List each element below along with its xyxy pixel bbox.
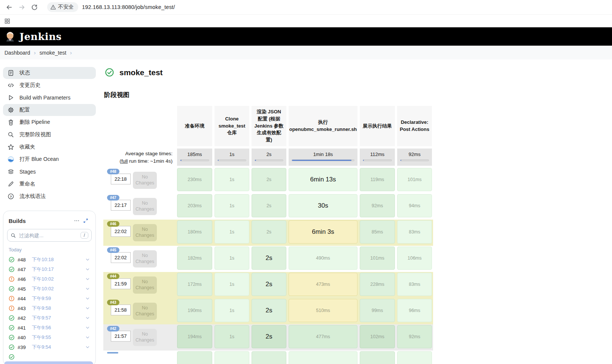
build-time-box[interactable]: 22:18 bbox=[111, 174, 131, 184]
chevron-down-icon[interactable] bbox=[85, 276, 90, 282]
build-badge[interactable]: #46 bbox=[107, 221, 119, 227]
chevron-down-icon[interactable] bbox=[85, 335, 90, 340]
build-number[interactable]: #45 bbox=[18, 286, 29, 292]
build-list-item[interactable]: #44 下午9:59 bbox=[7, 294, 92, 303]
not-secure-chip[interactable]: 不安全 bbox=[47, 2, 78, 12]
stage-cell[interactable]: 6min 3s bbox=[289, 220, 357, 244]
sidebar-item[interactable]: 变更历史 bbox=[3, 79, 96, 91]
stage-cell[interactable]: 490ms bbox=[289, 247, 357, 270]
build-list-item[interactable]: #46 下午10:02 bbox=[7, 274, 92, 284]
stage-cell[interactable] bbox=[360, 351, 395, 364]
stage-cell[interactable]: 92ms bbox=[360, 194, 395, 217]
build-badge[interactable]: #43 bbox=[107, 300, 119, 305]
build-number[interactable]: #47 bbox=[18, 267, 29, 272]
build-list-item[interactable]: #40 下午9:55 bbox=[7, 333, 92, 342]
stage-cell[interactable]: 477ms bbox=[289, 325, 357, 348]
breadcrumb-dashboard[interactable]: Dashboard bbox=[4, 50, 30, 56]
stage-cell[interactable]: 101ms bbox=[360, 247, 395, 270]
chevron-down-icon[interactable] bbox=[85, 257, 90, 262]
chevron-down-icon[interactable] bbox=[85, 315, 90, 321]
breadcrumb-chevron-icon[interactable]: › bbox=[70, 49, 72, 56]
build-time-box[interactable]: 22:02 bbox=[111, 226, 131, 237]
sidebar-item[interactable]: 删除 Pipeline bbox=[3, 116, 96, 128]
apps-grid-icon[interactable] bbox=[3, 17, 11, 25]
build-list-item[interactable]: #45 下午10:02 bbox=[7, 284, 92, 294]
stage-cell[interactable]: 106ms bbox=[397, 247, 432, 270]
stage-cell[interactable]: 83ms bbox=[397, 220, 432, 244]
build-time-box[interactable]: 22:02 bbox=[111, 252, 131, 263]
stage-cell[interactable]: 172ms bbox=[177, 273, 212, 296]
build-filter-input[interactable] bbox=[18, 232, 78, 239]
chevron-down-icon[interactable] bbox=[85, 267, 90, 272]
stage-cell[interactable]: 2s bbox=[252, 325, 286, 348]
builds-expand-button[interactable] bbox=[81, 216, 90, 225]
build-number[interactable]: #42 bbox=[18, 315, 29, 321]
build-list-item-partial[interactable] bbox=[7, 352, 92, 362]
build-time[interactable]: 下午10:02 bbox=[32, 285, 82, 292]
stage-cell[interactable]: 182ms bbox=[177, 247, 212, 270]
build-list-item[interactable]: #39 下午9:54 bbox=[7, 342, 92, 352]
build-time[interactable]: 下午9:57 bbox=[32, 315, 82, 321]
chevron-down-icon[interactable] bbox=[85, 286, 90, 291]
stage-cell[interactable]: 1s bbox=[214, 299, 249, 322]
stage-cell[interactable] bbox=[214, 351, 249, 364]
stage-cell[interactable]: 6min 13s bbox=[289, 168, 357, 191]
stage-cell[interactable]: 2s bbox=[252, 220, 286, 244]
build-list-item[interactable]: #42 下午9:57 bbox=[7, 313, 92, 323]
build-list-item[interactable]: #47 下午10:17 bbox=[7, 264, 92, 274]
build-number[interactable]: #40 bbox=[18, 335, 29, 340]
build-badge[interactable]: #42 bbox=[107, 326, 119, 331]
sidebar-item[interactable]: Stages bbox=[3, 166, 96, 178]
stage-cell[interactable]: 203ms bbox=[177, 194, 212, 217]
stage-cell[interactable]: 99ms bbox=[360, 299, 395, 322]
stage-cell[interactable]: 119ms bbox=[360, 168, 395, 191]
chevron-down-icon[interactable] bbox=[85, 345, 90, 350]
stage-cell[interactable]: 2s bbox=[252, 194, 286, 217]
stage-cell[interactable]: 180ms bbox=[177, 220, 212, 244]
build-time-box[interactable]: 21:59 bbox=[111, 278, 131, 289]
build-number[interactable]: #44 bbox=[18, 296, 29, 302]
stage-cell[interactable]: 92ms bbox=[397, 325, 432, 348]
sidebar-item[interactable]: Build with Parameters bbox=[3, 92, 96, 104]
jenkins-home-link[interactable]: Jenkins bbox=[4, 31, 62, 42]
build-number[interactable]: #48 bbox=[18, 257, 29, 263]
build-time[interactable]: 下午10:02 bbox=[32, 276, 82, 282]
stage-cell[interactable]: 2s bbox=[252, 273, 286, 296]
stage-cell[interactable]: 190ms bbox=[177, 299, 212, 322]
build-time-box[interactable]: 22:17 bbox=[111, 200, 131, 211]
stage-cell[interactable]: 101ms bbox=[397, 168, 432, 191]
url-text[interactable]: 192.168.13.113:8080/job/smoke_test/ bbox=[82, 4, 175, 10]
sidebar-item[interactable]: 收藏夹 bbox=[3, 141, 96, 153]
chevron-down-icon[interactable] bbox=[85, 306, 90, 311]
build-number[interactable]: #41 bbox=[18, 325, 29, 331]
stage-cell[interactable]: 85ms bbox=[360, 220, 395, 244]
stage-cell[interactable]: 1s bbox=[214, 247, 249, 270]
sidebar-item[interactable]: 打开 Blue Ocean bbox=[3, 153, 96, 165]
stage-cell[interactable]: 102ms bbox=[360, 325, 395, 348]
sidebar-item[interactable]: 流水线语法 bbox=[3, 190, 96, 202]
stage-cell[interactable]: 96ms bbox=[397, 299, 432, 322]
stage-cell[interactable]: 1s bbox=[214, 325, 249, 348]
build-time[interactable]: 下午10:18 bbox=[32, 256, 82, 263]
stage-cell[interactable] bbox=[177, 351, 212, 364]
browser-forward-button[interactable] bbox=[16, 2, 27, 12]
breadcrumb-job[interactable]: smoke_test bbox=[40, 50, 67, 56]
address-bar[interactable]: 不安全 192.168.13.113:8080/job/smoke_test/ bbox=[47, 1, 608, 13]
build-list-item[interactable]: #41 下午9:56 bbox=[7, 323, 92, 333]
stage-cell[interactable]: 228ms bbox=[360, 273, 395, 296]
build-time[interactable]: 下午9:55 bbox=[32, 334, 82, 341]
full-run-time-link[interactable]: full bbox=[121, 158, 128, 164]
build-time-box[interactable]: 21:58 bbox=[111, 305, 131, 315]
stage-cell[interactable]: 1s bbox=[214, 194, 249, 217]
build-badge[interactable] bbox=[107, 352, 118, 354]
chevron-down-icon[interactable] bbox=[85, 325, 90, 330]
sidebar-item[interactable]: 重命名 bbox=[3, 178, 96, 190]
build-time[interactable]: 下午9:58 bbox=[32, 305, 82, 312]
build-time[interactable]: 下午9:59 bbox=[32, 295, 82, 302]
sidebar-item[interactable]: 状态 bbox=[3, 67, 96, 79]
chevron-down-icon[interactable] bbox=[85, 296, 90, 301]
build-time[interactable]: 下午9:56 bbox=[32, 324, 82, 331]
sidebar-item[interactable]: 完整阶段视图 bbox=[3, 129, 96, 141]
stage-cell[interactable] bbox=[289, 351, 357, 364]
stage-cell[interactable]: 2s bbox=[252, 299, 286, 322]
